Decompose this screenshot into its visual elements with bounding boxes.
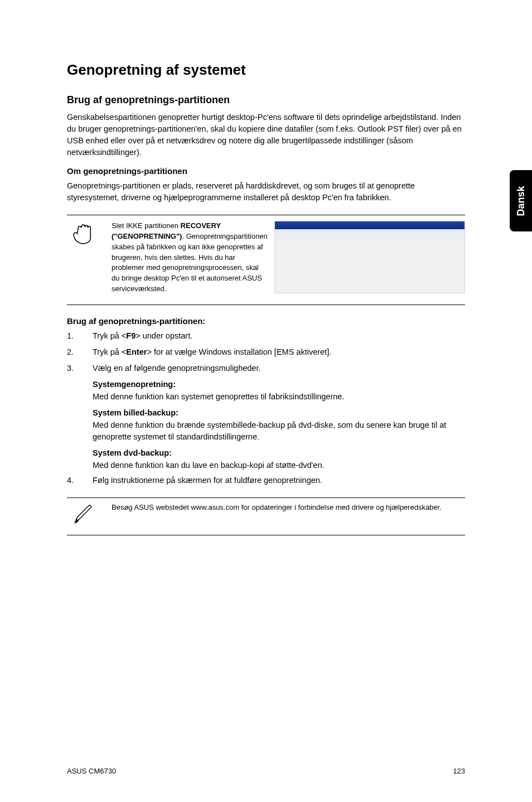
- caution-pre: Slet IKKE partitionen: [112, 221, 181, 230]
- option-heading-image-backup: System billed-backup:: [93, 408, 465, 417]
- step-body: Tryk på <Enter> for at vælge Windows ins…: [93, 346, 465, 358]
- pencil-icon: [67, 503, 100, 530]
- step-1: 1. Tryk på <F9> under opstart.: [67, 330, 465, 342]
- disk-management-screenshot: [274, 221, 465, 293]
- subheading-use-partition-steps: Brug af genopretnings-partitionen:: [67, 316, 465, 326]
- footer-model: ASUS CM6730: [67, 767, 116, 775]
- step-2: 2. Tryk på <Enter> for at vælge Windows …: [67, 346, 465, 358]
- option-heading-dvd-backup: System dvd-backup:: [93, 448, 465, 457]
- step-3: 3. Vælg en af følgende genopretningsmuli…: [67, 363, 465, 374]
- about-paragraph: Genopretnings-partitionen er plads, rese…: [67, 180, 465, 204]
- step-body: Vælg en af følgende genopretningsmulighe…: [93, 363, 465, 374]
- option-body: Med denne funktion du brænde systembille…: [93, 419, 465, 443]
- step-number: 4.: [67, 475, 93, 486]
- section-heading-use-partition: Brug af genopretnings-partitionen: [67, 94, 465, 106]
- caution-post: . Genopretningspartitionen skabes på fab…: [112, 232, 268, 293]
- info-note: Besøg ASUS webstedet www.asus.com for op…: [67, 497, 465, 535]
- recovery-options: Systemgenopretning: Med denne funktion k…: [93, 380, 465, 471]
- caution-text: Slet IKKE partitionen RECOVERY ("GENOPRE…: [112, 221, 268, 299]
- info-text: Besøg ASUS webstedet www.asus.com for op…: [112, 503, 465, 518]
- step-number: 1.: [67, 330, 93, 342]
- steps-list-cont: 4. Følg instruktionerne på skærmen for a…: [67, 475, 465, 486]
- page-footer: ASUS CM6730 123: [67, 767, 465, 775]
- footer-page-number: 123: [453, 767, 465, 775]
- page-content: Genopretning af systemet Brug af genopre…: [0, 0, 532, 802]
- option-body: Med denne funktion kan systemet genopret…: [93, 391, 465, 403]
- intro-paragraph: Genskabelsespartitionen genopretter hurt…: [67, 112, 465, 158]
- steps-list: 1. Tryk på <F9> under opstart. 2. Tryk p…: [67, 330, 465, 374]
- hand-icon: [67, 221, 100, 249]
- caution-note: Slet IKKE partitionen RECOVERY ("GENOPRE…: [67, 215, 465, 305]
- option-heading-system-recovery: Systemgenopretning:: [93, 380, 465, 389]
- step-number: 3.: [67, 363, 93, 374]
- option-body: Med denne funktion kan du lave en backup…: [93, 460, 465, 471]
- step-body: Følg instruktionerne på skærmen for at f…: [93, 475, 465, 486]
- step-4: 4. Følg instruktionerne på skærmen for a…: [67, 475, 465, 486]
- step-number: 2.: [67, 346, 93, 358]
- step-body: Tryk på <F9> under opstart.: [93, 330, 465, 342]
- subheading-about-partition: Om genopretnings-partitionen: [67, 166, 465, 176]
- page-title: Genopretning af systemet: [67, 61, 465, 79]
